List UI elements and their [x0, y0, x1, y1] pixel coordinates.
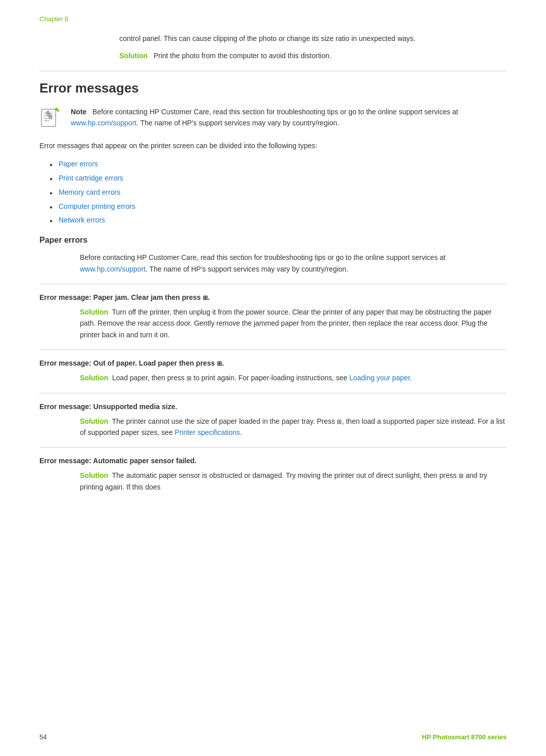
- note-keyword: Note: [71, 108, 86, 116]
- paper-errors-link[interactable]: Paper errors: [59, 160, 98, 168]
- error-type-list: Paper errors Print cartridge errors Memo…: [50, 158, 507, 227]
- paper-jam-solution-label: Solution: [80, 308, 108, 316]
- error3-divider: [39, 393, 507, 393]
- unsupported-media-solution-label: Solution: [80, 417, 108, 425]
- footer-brand: HP Photosmart 8700 series: [422, 733, 507, 741]
- ok-symbol-4: ⊞: [459, 472, 464, 479]
- paper-jam-solution-text: Turn off the printer, then unplug it fro…: [80, 308, 492, 339]
- printer-specs-link[interactable]: Printer specifications: [175, 428, 240, 436]
- note-content: Note Before contacting HP Customer Care,…: [71, 106, 507, 129]
- ok-symbol-1: ⊞: [203, 294, 208, 301]
- computer-printing-link[interactable]: Computer printing errors: [59, 202, 135, 210]
- paper-errors-intro: Before contacting HP Customer Care, read…: [80, 252, 507, 275]
- paper-errors-intro-text: Before contacting HP Customer Care, read…: [80, 253, 445, 261]
- sensor-failed-solution-text: The automatic paper sensor is obstructed…: [80, 471, 487, 491]
- out-of-paper-error: Error message: Out of paper. Load paper …: [39, 359, 507, 383]
- list-item-computer-printing: Computer printing errors: [50, 201, 507, 213]
- solution-label: Solution: [119, 52, 148, 60]
- memory-card-link[interactable]: Memory card errors: [59, 188, 120, 196]
- ok-symbol-3: ⊞: [337, 418, 342, 425]
- paper-jam-title: Error message: Paper jam. Clear jam then…: [39, 293, 507, 301]
- error1-divider-top: [39, 284, 507, 284]
- list-item-paper-errors: Paper errors: [50, 158, 507, 170]
- chapter-label: Chapter 8: [39, 15, 507, 23]
- out-of-paper-solution-text: Load paper, then press ⊞ to print again.…: [112, 374, 412, 382]
- note-text-before-link: Before contacting HP Customer Care, read…: [93, 108, 458, 116]
- paper-errors-title: Paper errors: [39, 236, 507, 245]
- error-messages-body: Error messages that appear on the printe…: [39, 140, 507, 151]
- loading-paper-link[interactable]: Loading your paper: [349, 374, 410, 382]
- sensor-failed-title: Error message: Automatic paper sensor fa…: [39, 457, 507, 465]
- out-of-paper-solution: Solution Load paper, then press ⊞ to pri…: [80, 372, 507, 383]
- ok-symbol-2: ⊞: [217, 360, 222, 367]
- section-divider: [39, 71, 507, 71]
- sensor-failed-solution: Solution The automatic paper sensor is o…: [80, 470, 507, 493]
- page-footer: 54 HP Photosmart 8700 series: [39, 733, 507, 741]
- error4-divider: [39, 447, 507, 448]
- intro-solution: Solution Print the photo from the comput…: [119, 50, 507, 61]
- out-of-paper-solution-label: Solution: [80, 374, 108, 382]
- out-of-paper-title: Error message: Out of paper. Load paper …: [39, 359, 507, 367]
- unsupported-media-error: Error message: Unsupported media size. S…: [39, 403, 507, 438]
- sensor-failed-solution-label: Solution: [80, 471, 108, 479]
- note-text-after-link: . The name of HP's support services may …: [136, 119, 339, 127]
- hp-support-link[interactable]: www.hp.com/support: [71, 119, 136, 127]
- paper-jam-error: Error message: Paper jam. Clear jam then…: [39, 293, 507, 340]
- svg-text:✎: ✎: [55, 107, 60, 114]
- print-cartridge-link[interactable]: Print cartridge errors: [59, 174, 123, 182]
- paper-jam-solution: Solution Turn off the printer, then unpl…: [80, 306, 507, 340]
- note-svg-icon: ✎: [39, 107, 62, 129]
- sensor-failed-error: Error message: Automatic paper sensor fa…: [39, 457, 507, 493]
- unsupported-media-solution: Solution The printer cannot use the size…: [80, 416, 507, 438]
- list-item-network-errors: Network errors: [50, 214, 507, 227]
- section-title: Error messages: [39, 80, 507, 96]
- network-errors-link[interactable]: Network errors: [59, 216, 105, 224]
- note-box: ✎ Note Before contacting HP Customer Car…: [39, 106, 507, 131]
- paper-errors-support-link[interactable]: www.hp.com/support: [80, 265, 146, 273]
- unsupported-media-solution-text: The printer cannot use the size of paper…: [80, 417, 505, 436]
- list-item-memory-card: Memory card errors: [50, 187, 507, 199]
- error2-divider: [39, 349, 507, 350]
- paper-errors-intro-text2: . The name of HP's support services may …: [146, 265, 348, 273]
- unsupported-media-title: Error message: Unsupported media size.: [39, 403, 507, 411]
- footer-page-number: 54: [39, 733, 47, 741]
- intro-paragraph: control panel. This can cause clipping o…: [119, 33, 507, 44]
- note-icon: ✎: [39, 107, 65, 131]
- intro-solution-text: Print the photo from the computer to avo…: [154, 52, 332, 60]
- list-item-print-cartridge: Print cartridge errors: [50, 172, 507, 185]
- ok-symbol-2b: ⊞: [187, 375, 192, 382]
